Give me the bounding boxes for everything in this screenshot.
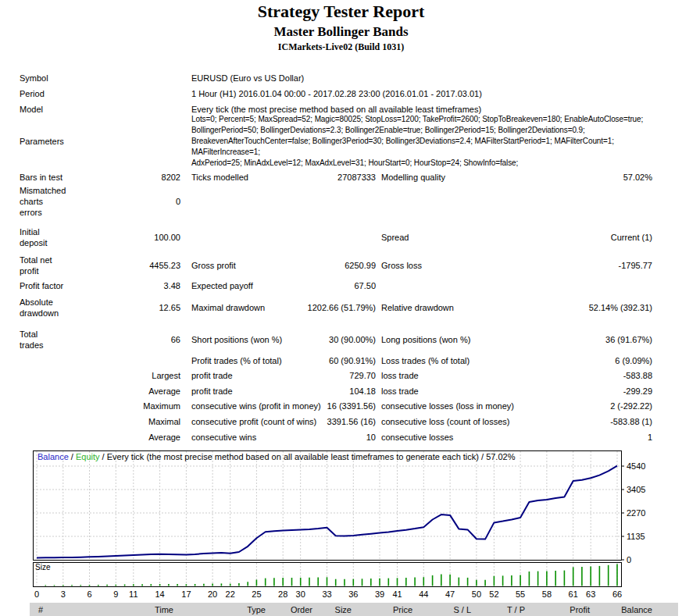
x-axis-label: 63 <box>586 589 595 599</box>
summary-row: Bars in test8202Ticks modelled27087333Mo… <box>0 172 682 183</box>
y-axis-label: 2270 <box>627 508 645 518</box>
size-bars <box>45 564 617 586</box>
stat-value: 66 <box>87 334 180 345</box>
row-label: Absolute drawdown <box>20 297 98 319</box>
stat-value: 67.50 <box>235 280 376 291</box>
summary-row: Profit factor3.48Expected payoff67.50 <box>0 280 682 291</box>
stat-value: Average <box>87 386 180 397</box>
row-label: Total net profit <box>20 255 98 276</box>
column-header: Size <box>335 605 352 614</box>
x-axis-label: 14 <box>155 589 164 599</box>
stat-value: 729.70 <box>235 370 376 381</box>
stat-value: 8202 <box>87 172 180 183</box>
column-header: Order <box>291 605 312 614</box>
x-axis-label: 58 <box>542 589 552 599</box>
stat-value: 16 (3391.56) <box>235 401 376 411</box>
x-axis-label: 52 <box>489 589 498 599</box>
summary-row: Initial deposit100.00SpreadCurrent (1) <box>0 226 682 248</box>
balance-chart: 0113522703405454003691114172022252830333… <box>33 450 658 603</box>
stat-value: -583.88 (1) <box>467 416 652 427</box>
row-label: Period <box>20 88 98 99</box>
stat-value: 2 (-292.22) <box>467 401 652 411</box>
x-axis: 0369111417202225283033363941444750525558… <box>34 589 622 599</box>
chart-legend: Balance / Equity / Every tick (the most … <box>37 452 516 461</box>
stat-value: 3391.56 (16) <box>235 416 376 427</box>
summary-row: Total net profit4455.23Gross profit6250.… <box>0 255 682 276</box>
trades-table-header: #TimeTypeOrderSizePriceS / LT / PProfitB… <box>30 603 678 616</box>
x-axis-label: 50 <box>472 589 481 599</box>
x-axis-label: 61 <box>569 589 578 599</box>
x-axis-label: 55 <box>516 589 525 599</box>
report-subtitle: Master Bollinger Bands <box>0 24 682 40</box>
x-axis-label: 36 <box>348 589 358 599</box>
stat-value: 4455.23 <box>87 260 180 271</box>
x-axis-label: 11 <box>129 589 137 599</box>
stat-value: 3.48 <box>87 280 180 291</box>
row-label: Initial deposit <box>20 226 98 248</box>
column-header: Profit <box>570 605 590 614</box>
summary-row: Absolute drawdown12.65Maximal drawdown12… <box>0 297 682 319</box>
grid-lines <box>34 451 620 586</box>
y-axis-label: 0 <box>627 555 631 564</box>
stat-value: 100.00 <box>87 232 180 243</box>
summary-row: Mismatched charts errors0 <box>0 185 682 218</box>
column-header: Type <box>247 605 266 614</box>
row-label: Total trades <box>20 329 98 351</box>
column-header: S / L <box>453 605 471 614</box>
x-axis-label: 41 <box>392 589 402 599</box>
stat-value: -299.29 <box>467 386 652 397</box>
stat-value: 52.14% (392.31) <box>467 302 652 313</box>
x-axis-label: 17 <box>181 589 191 599</box>
legend-equity: Equity <box>76 452 100 461</box>
x-axis-label: 44 <box>419 589 428 599</box>
page-title: Strategy Tester Report <box>0 2 682 22</box>
stat-value: 6 (9.09%) <box>467 355 652 366</box>
row-label: Parameters <box>20 136 98 147</box>
x-axis-label: 3 <box>61 589 66 599</box>
x-axis-label: 33 <box>322 589 331 599</box>
legend-balance: Balance <box>37 452 69 461</box>
stat-value: Current (1) <box>467 232 652 243</box>
column-header: Time <box>155 605 173 614</box>
x-axis-label: 22 <box>226 589 235 599</box>
summary-row: Profit trades (% of total)60 (90.91%)Los… <box>0 355 682 366</box>
row-label: Mismatched charts errors <box>20 185 98 218</box>
summary-row: Period1 Hour (H1) 2016.01.04 00:00 - 201… <box>0 88 682 99</box>
summary-row: Maximalconsecutive profit (count of wins… <box>0 416 682 427</box>
y-axis-label: 1135 <box>627 532 645 541</box>
stat-label: Every tick (the most precise method base… <box>191 104 682 115</box>
x-axis-label: 30 <box>296 589 305 599</box>
stat-value: 1 <box>467 432 652 443</box>
x-axis-label: 47 <box>445 589 455 599</box>
summary-row: ModelEvery tick (the most precise method… <box>0 104 682 115</box>
stat-value: 36 (91.67%) <box>467 334 652 345</box>
y-axis-label: 3405 <box>627 485 645 494</box>
stat-value: -1795.77 <box>467 260 652 271</box>
legend-text: / Every tick (the most precise method ba… <box>100 452 516 461</box>
y-axis: 01135227034054540 <box>621 461 645 564</box>
column-header: T / P <box>507 605 525 614</box>
stat-value: Maximum <box>87 401 180 411</box>
summary-row: Total trades66Short positions (won %)30 … <box>0 329 682 351</box>
column-header: Price <box>393 605 412 614</box>
size-panel-label: Size <box>35 563 51 571</box>
stat-value: 104.18 <box>235 386 376 397</box>
x-axis-label: 66 <box>612 589 622 599</box>
stat-value: -583.88 <box>467 370 652 381</box>
stat-value: 57.02% <box>467 172 652 183</box>
x-axis-label: 0 <box>34 589 39 599</box>
strategy-tester-report: { "page": { "title": "Strategy Tester Re… <box>0 0 682 616</box>
stat-value: 60 (90.91%) <box>235 355 376 366</box>
y-axis-label: 4540 <box>627 461 645 471</box>
server-build-info: ICMarkets-Live02 (Build 1031) <box>0 41 682 53</box>
legend-text: / <box>69 452 76 461</box>
summary-row: ParametersLots=0; Percent=5; MaxSpread=5… <box>0 119 682 164</box>
summary-row: SymbolEURUSD (Euro vs US Dollar) <box>0 73 682 84</box>
stat-value: 12.65 <box>87 302 180 313</box>
summary-row: Largestprofit trade729.70loss trade-583.… <box>0 370 682 381</box>
stat-value: 30 (90.00%) <box>235 334 376 345</box>
x-axis-label: 39 <box>375 589 384 599</box>
row-label: Profit factor <box>20 280 98 291</box>
x-axis-label: 6 <box>87 589 91 599</box>
stat-value: Average <box>87 432 180 443</box>
